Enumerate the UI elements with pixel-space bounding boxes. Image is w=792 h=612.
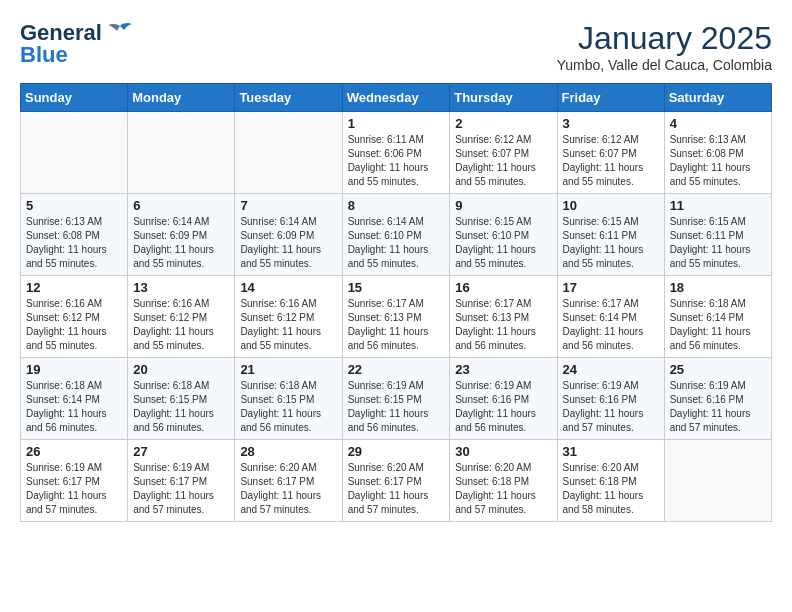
calendar-cell: 8Sunrise: 6:14 AM Sunset: 6:10 PM Daylig… [342, 194, 450, 276]
day-info: Sunrise: 6:16 AM Sunset: 6:12 PM Dayligh… [26, 297, 122, 353]
calendar-header-row: Sunday Monday Tuesday Wednesday Thursday… [21, 84, 772, 112]
day-info: Sunrise: 6:11 AM Sunset: 6:06 PM Dayligh… [348, 133, 445, 189]
calendar-cell: 15Sunrise: 6:17 AM Sunset: 6:13 PM Dayli… [342, 276, 450, 358]
day-number: 16 [455, 280, 551, 295]
day-number: 10 [563, 198, 659, 213]
day-info: Sunrise: 6:12 AM Sunset: 6:07 PM Dayligh… [455, 133, 551, 189]
day-info: Sunrise: 6:13 AM Sunset: 6:08 PM Dayligh… [670, 133, 766, 189]
day-info: Sunrise: 6:12 AM Sunset: 6:07 PM Dayligh… [563, 133, 659, 189]
day-info: Sunrise: 6:18 AM Sunset: 6:15 PM Dayligh… [133, 379, 229, 435]
day-number: 8 [348, 198, 445, 213]
day-number: 24 [563, 362, 659, 377]
day-info: Sunrise: 6:17 AM Sunset: 6:13 PM Dayligh… [348, 297, 445, 353]
day-number: 22 [348, 362, 445, 377]
header-tuesday: Tuesday [235, 84, 342, 112]
day-info: Sunrise: 6:16 AM Sunset: 6:12 PM Dayligh… [240, 297, 336, 353]
day-info: Sunrise: 6:17 AM Sunset: 6:13 PM Dayligh… [455, 297, 551, 353]
day-info: Sunrise: 6:19 AM Sunset: 6:16 PM Dayligh… [670, 379, 766, 435]
day-number: 20 [133, 362, 229, 377]
calendar-cell: 25Sunrise: 6:19 AM Sunset: 6:16 PM Dayli… [664, 358, 771, 440]
day-info: Sunrise: 6:18 AM Sunset: 6:14 PM Dayligh… [26, 379, 122, 435]
day-number: 31 [563, 444, 659, 459]
day-info: Sunrise: 6:14 AM Sunset: 6:09 PM Dayligh… [133, 215, 229, 271]
day-number: 7 [240, 198, 336, 213]
day-info: Sunrise: 6:14 AM Sunset: 6:09 PM Dayligh… [240, 215, 336, 271]
calendar-cell: 19Sunrise: 6:18 AM Sunset: 6:14 PM Dayli… [21, 358, 128, 440]
calendar-cell: 27Sunrise: 6:19 AM Sunset: 6:17 PM Dayli… [128, 440, 235, 522]
day-info: Sunrise: 6:20 AM Sunset: 6:18 PM Dayligh… [563, 461, 659, 517]
calendar-cell: 30Sunrise: 6:20 AM Sunset: 6:18 PM Dayli… [450, 440, 557, 522]
day-info: Sunrise: 6:19 AM Sunset: 6:17 PM Dayligh… [26, 461, 122, 517]
calendar-cell [21, 112, 128, 194]
day-info: Sunrise: 6:17 AM Sunset: 6:14 PM Dayligh… [563, 297, 659, 353]
day-number: 29 [348, 444, 445, 459]
page-header: General Blue January 2025 Yumbo, Valle d… [20, 20, 772, 73]
calendar-cell: 24Sunrise: 6:19 AM Sunset: 6:16 PM Dayli… [557, 358, 664, 440]
logo-text-blue: Blue [20, 42, 68, 68]
calendar-cell: 17Sunrise: 6:17 AM Sunset: 6:14 PM Dayli… [557, 276, 664, 358]
day-info: Sunrise: 6:20 AM Sunset: 6:17 PM Dayligh… [348, 461, 445, 517]
calendar-cell: 3Sunrise: 6:12 AM Sunset: 6:07 PM Daylig… [557, 112, 664, 194]
calendar-cell: 21Sunrise: 6:18 AM Sunset: 6:15 PM Dayli… [235, 358, 342, 440]
day-number: 25 [670, 362, 766, 377]
day-number: 5 [26, 198, 122, 213]
calendar-cell: 31Sunrise: 6:20 AM Sunset: 6:18 PM Dayli… [557, 440, 664, 522]
calendar-cell: 23Sunrise: 6:19 AM Sunset: 6:16 PM Dayli… [450, 358, 557, 440]
calendar-week-1: 1Sunrise: 6:11 AM Sunset: 6:06 PM Daylig… [21, 112, 772, 194]
day-number: 18 [670, 280, 766, 295]
day-info: Sunrise: 6:20 AM Sunset: 6:18 PM Dayligh… [455, 461, 551, 517]
calendar-cell: 7Sunrise: 6:14 AM Sunset: 6:09 PM Daylig… [235, 194, 342, 276]
calendar-cell: 14Sunrise: 6:16 AM Sunset: 6:12 PM Dayli… [235, 276, 342, 358]
calendar-cell: 9Sunrise: 6:15 AM Sunset: 6:10 PM Daylig… [450, 194, 557, 276]
day-info: Sunrise: 6:15 AM Sunset: 6:10 PM Dayligh… [455, 215, 551, 271]
day-info: Sunrise: 6:19 AM Sunset: 6:16 PM Dayligh… [455, 379, 551, 435]
day-number: 12 [26, 280, 122, 295]
calendar-cell: 22Sunrise: 6:19 AM Sunset: 6:15 PM Dayli… [342, 358, 450, 440]
calendar-cell: 20Sunrise: 6:18 AM Sunset: 6:15 PM Dayli… [128, 358, 235, 440]
calendar-cell: 18Sunrise: 6:18 AM Sunset: 6:14 PM Dayli… [664, 276, 771, 358]
location-subtitle: Yumbo, Valle del Cauca, Colombia [557, 57, 772, 73]
day-number: 27 [133, 444, 229, 459]
day-info: Sunrise: 6:19 AM Sunset: 6:15 PM Dayligh… [348, 379, 445, 435]
month-year-title: January 2025 [557, 20, 772, 57]
day-number: 15 [348, 280, 445, 295]
day-info: Sunrise: 6:14 AM Sunset: 6:10 PM Dayligh… [348, 215, 445, 271]
header-sunday: Sunday [21, 84, 128, 112]
day-number: 6 [133, 198, 229, 213]
calendar-cell: 11Sunrise: 6:15 AM Sunset: 6:11 PM Dayli… [664, 194, 771, 276]
calendar-cell [235, 112, 342, 194]
calendar-cell [664, 440, 771, 522]
day-number: 2 [455, 116, 551, 131]
header-friday: Friday [557, 84, 664, 112]
day-info: Sunrise: 6:20 AM Sunset: 6:17 PM Dayligh… [240, 461, 336, 517]
calendar-cell: 1Sunrise: 6:11 AM Sunset: 6:06 PM Daylig… [342, 112, 450, 194]
day-info: Sunrise: 6:19 AM Sunset: 6:16 PM Dayligh… [563, 379, 659, 435]
calendar-cell: 6Sunrise: 6:14 AM Sunset: 6:09 PM Daylig… [128, 194, 235, 276]
calendar-cell: 12Sunrise: 6:16 AM Sunset: 6:12 PM Dayli… [21, 276, 128, 358]
header-saturday: Saturday [664, 84, 771, 112]
day-info: Sunrise: 6:16 AM Sunset: 6:12 PM Dayligh… [133, 297, 229, 353]
calendar-cell: 10Sunrise: 6:15 AM Sunset: 6:11 PM Dayli… [557, 194, 664, 276]
day-info: Sunrise: 6:18 AM Sunset: 6:15 PM Dayligh… [240, 379, 336, 435]
calendar-cell: 2Sunrise: 6:12 AM Sunset: 6:07 PM Daylig… [450, 112, 557, 194]
day-number: 21 [240, 362, 336, 377]
day-number: 14 [240, 280, 336, 295]
calendar-cell: 13Sunrise: 6:16 AM Sunset: 6:12 PM Dayli… [128, 276, 235, 358]
calendar-cell: 5Sunrise: 6:13 AM Sunset: 6:08 PM Daylig… [21, 194, 128, 276]
calendar-cell [128, 112, 235, 194]
day-info: Sunrise: 6:15 AM Sunset: 6:11 PM Dayligh… [670, 215, 766, 271]
calendar-cell: 16Sunrise: 6:17 AM Sunset: 6:13 PM Dayli… [450, 276, 557, 358]
day-number: 23 [455, 362, 551, 377]
logo-bird-icon [106, 22, 134, 44]
logo: General Blue [20, 20, 134, 68]
calendar-cell: 28Sunrise: 6:20 AM Sunset: 6:17 PM Dayli… [235, 440, 342, 522]
day-number: 28 [240, 444, 336, 459]
day-number: 9 [455, 198, 551, 213]
day-number: 1 [348, 116, 445, 131]
calendar-cell: 4Sunrise: 6:13 AM Sunset: 6:08 PM Daylig… [664, 112, 771, 194]
day-number: 19 [26, 362, 122, 377]
calendar-table: Sunday Monday Tuesday Wednesday Thursday… [20, 83, 772, 522]
day-number: 13 [133, 280, 229, 295]
day-info: Sunrise: 6:18 AM Sunset: 6:14 PM Dayligh… [670, 297, 766, 353]
day-number: 4 [670, 116, 766, 131]
